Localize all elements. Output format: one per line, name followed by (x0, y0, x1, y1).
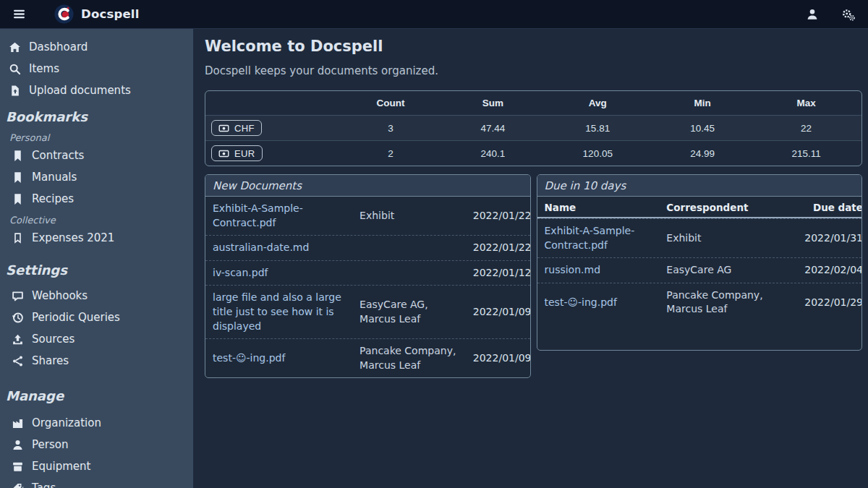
sidebar-item-items[interactable]: Items (0, 58, 193, 80)
new-documents-panel: New Documents Exhibit-A-Sample-Contract.… (205, 174, 531, 378)
user-icon (12, 439, 24, 451)
bookmark-icon (12, 171, 24, 184)
list-item: Exhibit-A-Sample-Contract.pdf Exhibit 20… (537, 218, 862, 257)
gears-icon[interactable] (839, 5, 858, 24)
main-content: Welcome to Docspell Docspell keeps your … (193, 29, 868, 488)
due-header-date: Due date (776, 202, 862, 213)
bookmarks-collective-label: Collective (0, 214, 193, 227)
settings-section-title: Settings (0, 262, 193, 279)
document-correspondent: Pancake Company, Marcus Leaf (666, 288, 772, 317)
document-link[interactable]: Exhibit-A-Sample-Contract.pdf (213, 202, 355, 230)
stats-header-max: Max (751, 91, 861, 115)
stat-avg: 120.05 (541, 140, 654, 166)
house-icon (9, 41, 21, 53)
due-table-header: Name Correspondent Due date (537, 197, 862, 218)
document-link[interactable]: australian-date.md (213, 241, 355, 255)
sidebar-item-contracts[interactable]: Contracts (0, 145, 193, 166)
sidebar-item-label: Equipment (32, 460, 90, 473)
list-item: test-☺-ing.pdf Pancake Company, Marcus L… (537, 283, 862, 322)
bookmark-icon (12, 150, 24, 162)
docspell-logo (54, 4, 74, 24)
list-item: russion.md EasyCare AG 2022/02/04 (537, 257, 862, 283)
sidebar-item-webhooks[interactable]: Webhooks (0, 285, 193, 307)
sidebar-item-person[interactable]: Person (0, 434, 193, 455)
sidebar-item-equipment[interactable]: Equipment (0, 455, 193, 477)
bookmarks-section-title: Bookmarks (0, 108, 193, 126)
sidebar-item-label: Manuals (32, 171, 77, 184)
document-correspondent: Exhibit (666, 231, 772, 246)
stat-max: 215.11 (751, 140, 861, 166)
stat-sum: 47.44 (444, 115, 541, 140)
stats-header-currency (205, 91, 336, 115)
sidebar-item-label: Periodic Queries (32, 311, 120, 324)
sidebar-item-organization[interactable]: Organization (0, 412, 193, 434)
document-date: 2022/01/22 (463, 241, 530, 255)
money-bill-icon (218, 148, 229, 159)
document-correspondent: EasyCare AG, Marcus Leaf (359, 298, 459, 326)
money-bill-icon (218, 123, 229, 134)
document-correspondent: EasyCare AG (666, 263, 772, 278)
document-link[interactable]: large file and also a large title just t… (213, 291, 355, 333)
sidebar-item-label: Tags (32, 481, 56, 488)
stat-min: 24.99 (654, 140, 751, 166)
sidebar-item-label: Shares (32, 354, 69, 367)
list-item: large file and also a large title just t… (205, 285, 530, 338)
stats-header-sum: Sum (444, 91, 541, 115)
sidebar-item-label: Person (32, 438, 68, 451)
stat-max: 22 (751, 115, 861, 140)
page-subtitle: Docspell keeps your documents organized. (205, 64, 862, 77)
user-icon[interactable] (803, 5, 822, 24)
sidebar-item-periodic-queries[interactable]: Periodic Queries (0, 307, 193, 328)
document-due-date: 2022/01/29 (776, 296, 862, 310)
industry-icon (12, 417, 24, 429)
sidebar-item-label: Webhooks (32, 289, 88, 302)
stats-header-count: Count (336, 91, 444, 115)
due-documents-title: Due in 10 days (537, 175, 862, 197)
document-link[interactable]: Exhibit-A-Sample-Contract.pdf (545, 224, 663, 252)
sidebar-item-label: Sources (32, 333, 75, 346)
sidebar-item-label: Contracts (32, 149, 84, 162)
due-documents-list: Name Correspondent Due date Exhibit-A-Sa… (537, 197, 862, 350)
sidebar-item-label: Recipes (32, 192, 74, 205)
document-correspondent: Exhibit (359, 209, 459, 223)
menu-icon[interactable] (10, 5, 28, 23)
bookmarks-personal-label: Personal (0, 132, 193, 145)
document-correspondent: Pancake Company, Marcus Leaf (359, 344, 459, 372)
sidebar-item-label: Dasbhoard (29, 40, 88, 53)
document-link[interactable]: test-☺-ing.pdf (213, 351, 355, 366)
comment-icon (12, 290, 24, 302)
sidebar-item-recipes[interactable]: Recipes (0, 188, 193, 210)
search-icon (9, 63, 21, 75)
document-link[interactable]: russion.md (545, 263, 663, 278)
sidebar-item-dashboard[interactable]: Dasbhoard (0, 36, 193, 58)
sidebar-item-upload-documents[interactable]: Upload documents (0, 80, 193, 101)
table-row: CHF 3 47.44 15.81 10.45 22 (205, 115, 861, 140)
document-date: 2022/01/12 (463, 266, 530, 281)
sidebar-item-sources[interactable]: Sources (0, 328, 193, 350)
sidebar-item-expenses-2021[interactable]: Expenses 2021 (0, 227, 193, 249)
sidebar-item-shares[interactable]: Shares (0, 350, 193, 372)
sidebar-item-label: Items (29, 62, 59, 75)
sidebar-item-label: Upload documents (29, 84, 131, 97)
currency-stats-table: Count Sum Avg Min Max CHF 3 47.44 15.81 … (205, 90, 862, 166)
upload-icon (12, 333, 24, 346)
currency-badge-chf: CHF (211, 120, 262, 136)
list-item: iv-scan.pdf 2022/01/12 (205, 260, 530, 286)
sidebar-item-tags[interactable]: Tags (0, 477, 193, 488)
bookmark-outline-icon (12, 232, 24, 244)
due-header-correspondent: Correspondent (666, 202, 772, 213)
history-icon (12, 312, 24, 324)
due-documents-panel: Due in 10 days Name Correspondent Due da… (537, 174, 863, 351)
manage-section-title: Manage (0, 388, 193, 405)
due-header-name: Name (545, 202, 663, 213)
sidebar-item-label: Expenses 2021 (32, 231, 114, 244)
app-title: Docspell (81, 7, 140, 21)
stat-sum: 240.1 (444, 140, 541, 166)
document-date: 2022/01/22 (463, 209, 530, 223)
topbar: Docspell (0, 0, 868, 29)
stats-header-min: Min (654, 91, 751, 115)
list-item: australian-date.md 2022/01/22 (205, 235, 530, 260)
document-link[interactable]: test-☺-ing.pdf (545, 296, 663, 310)
document-link[interactable]: iv-scan.pdf (213, 266, 355, 281)
sidebar-item-manuals[interactable]: Manuals (0, 166, 193, 188)
